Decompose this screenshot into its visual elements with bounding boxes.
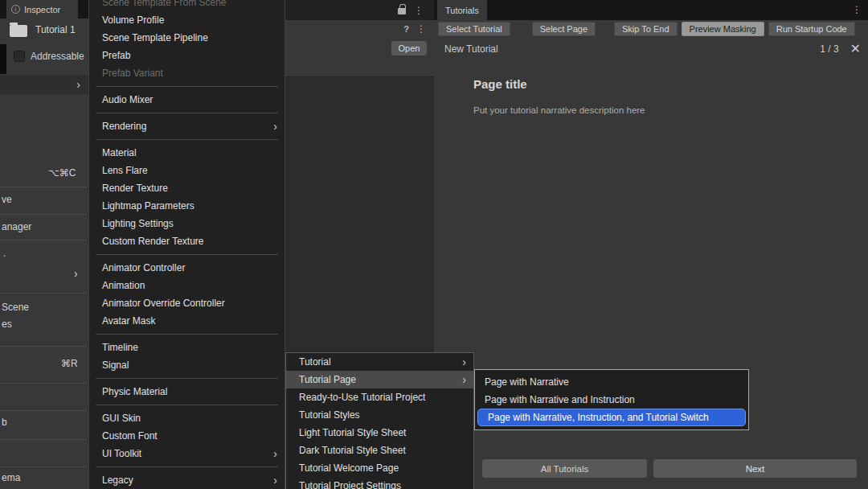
menu-item[interactable]: GUI Skin <box>89 409 285 427</box>
background-menu-separators <box>0 0 88 489</box>
menu-item[interactable]: Tutorial Page› <box>286 371 473 388</box>
tutorial-page-submenu: Page with NarrativePage with Narrative a… <box>474 369 749 430</box>
menu-item[interactable]: Animator Controller <box>89 259 285 277</box>
menu-item[interactable]: Avatar Mask <box>89 312 285 330</box>
toolbar-button-select-tutorial[interactable]: Select Tutorial <box>438 22 510 36</box>
asset-header-row: Tutorial 1 <box>10 22 76 37</box>
separator-line <box>0 187 87 187</box>
menu-item[interactable]: Rendering› <box>89 117 285 135</box>
create-context-menu: Scene Template From SceneVolume ProfileS… <box>88 0 285 489</box>
menu-item[interactable]: Tutorial Project Settings <box>286 477 473 489</box>
menu-item[interactable]: Timeline <box>89 339 285 356</box>
menu-separator <box>89 401 285 409</box>
menu-item[interactable]: Page with Narrative <box>475 373 748 391</box>
menu-item[interactable]: Lens Flare <box>89 162 285 179</box>
menu-text-fragment: Scene <box>2 302 29 313</box>
chevron-right-icon: › <box>462 356 466 368</box>
separator-line <box>0 293 87 294</box>
lock-icon[interactable] <box>398 8 406 14</box>
menu-item[interactable]: Scene Template Pipeline <box>89 29 285 47</box>
menu-item[interactable]: UI Toolkit› <box>89 445 285 462</box>
menu-item[interactable]: Physic Material <box>89 383 285 401</box>
menu-item[interactable]: Signal <box>89 356 285 374</box>
menu-item[interactable]: Animator Override Controller <box>89 294 285 312</box>
kebab-menu-icon[interactable]: ⋮ <box>414 6 424 15</box>
page-description: Put your tutorial narrative description … <box>473 105 645 115</box>
toolbar-button-run-startup-code[interactable]: Run Startup Code <box>768 22 855 36</box>
inspector-panel: i Inspector Tutorial 1 Addressable › ⌥⌘C… <box>0 0 88 489</box>
addressable-checkbox[interactable] <box>14 51 25 62</box>
close-icon[interactable]: ✕ <box>850 43 861 55</box>
separator-line <box>0 439 87 440</box>
menu-item[interactable]: Dark Tutorial Style Sheet <box>286 442 473 459</box>
menu-text-fragment: ema <box>2 472 20 483</box>
chevron-right-icon: › <box>462 374 466 385</box>
kebab-menu-icon[interactable]: ⋮ <box>416 24 426 34</box>
menu-text-fragment: b <box>2 417 7 428</box>
menu-item-label: Physic Material <box>102 386 167 397</box>
menu-item[interactable]: Animation <box>89 277 285 294</box>
tab-tutorials[interactable]: Tutorials <box>437 0 487 20</box>
menu-item[interactable]: Tutorial› <box>286 353 473 371</box>
chevron-right-icon: › <box>273 475 277 486</box>
menu-item-label: Audio Mixer <box>102 94 153 105</box>
menu-item[interactable]: Page with Narrative, Instruction, and Tu… <box>477 409 746 426</box>
toolbar-button-preview-masking[interactable]: Preview Masking <box>682 22 764 36</box>
separator-line <box>0 466 87 467</box>
menu-text-fragment: ve <box>2 194 12 205</box>
page-title: Page title <box>473 77 527 91</box>
separator-line <box>0 240 87 240</box>
background-menu-item[interactable]: › <box>0 75 88 94</box>
menu-item[interactable]: Tutorial Styles <box>286 406 473 424</box>
kebab-menu-icon[interactable]: ⋮ <box>852 5 862 14</box>
menu-item-label: Page with Narrative, Instruction, and Tu… <box>488 412 709 423</box>
left-tab-bar: i Inspector <box>0 0 88 18</box>
menu-item[interactable]: Legacy› <box>89 471 285 489</box>
tab-inspector-label: Inspector <box>24 5 60 14</box>
chevron-right-icon: › <box>273 121 277 132</box>
menu-item-label: UI Toolkit <box>102 448 141 459</box>
menu-item[interactable]: Audio Mixer <box>89 91 285 109</box>
menu-separator <box>89 330 285 339</box>
menu-item[interactable]: Prefab <box>89 47 285 64</box>
menu-item[interactable]: Custom Render Texture <box>89 232 285 250</box>
toolbar-button-select-page[interactable]: Select Page <box>532 22 596 36</box>
menu-item: Scene Template From Scene <box>89 0 285 11</box>
menu-item[interactable]: Page with Narrative and Instruction <box>475 391 748 409</box>
menu-item[interactable]: Material <box>89 144 285 162</box>
tutorials-toolbar: Select TutorialSelect PageSkip To EndPre… <box>434 20 868 38</box>
info-icon: i <box>11 5 20 14</box>
menu-item-label: Custom Font <box>102 430 158 442</box>
menu-item-label: Tutorial Welcome Page <box>299 462 399 474</box>
menu-item-label: Avatar Mask <box>102 315 155 327</box>
menu-separator <box>89 462 285 471</box>
menu-item-label: Legacy <box>102 475 133 486</box>
menu-item-label: Page with Narrative <box>485 376 569 388</box>
menu-item[interactable]: Ready-to-Use Tutorial Project <box>286 388 473 406</box>
menu-item-label: Tutorial Styles <box>299 409 360 421</box>
menu-item[interactable]: Light Tutorial Style Sheet <box>286 424 473 442</box>
tab-inspector[interactable]: i Inspector <box>6 0 78 18</box>
menu-item-label: Prefab Variant <box>102 68 163 79</box>
menu-separator <box>89 250 285 259</box>
all-tutorials-button[interactable]: All Tutorials <box>482 459 647 478</box>
help-icon[interactable]: ? <box>403 24 409 34</box>
folder-icon <box>10 25 27 37</box>
menu-item[interactable]: Lightmap Parameters <box>89 197 285 215</box>
menu-item[interactable]: Tutorial Welcome Page <box>286 459 473 477</box>
menu-item[interactable]: Render Texture <box>89 179 285 197</box>
toolbar-button-skip-to-end[interactable]: Skip To End <box>614 22 678 36</box>
menu-item[interactable]: Lighting Settings <box>89 215 285 232</box>
menu-item-label: Lighting Settings <box>102 218 174 229</box>
menu-item[interactable]: Custom Font <box>89 427 285 445</box>
menu-text-fragment: ⌥⌘C <box>48 167 76 179</box>
menu-item[interactable]: Volume Profile <box>89 11 285 29</box>
menu-item-label: GUI Skin <box>102 413 141 424</box>
menu-item-label: Render Texture <box>102 183 168 194</box>
next-button[interactable]: Next <box>653 459 857 478</box>
separator-line <box>0 214 87 215</box>
chevron-right-icon: › <box>76 79 80 90</box>
separator-line <box>0 410 87 411</box>
open-button[interactable]: Open <box>391 41 427 55</box>
menu-item-label: Material <box>102 147 137 158</box>
